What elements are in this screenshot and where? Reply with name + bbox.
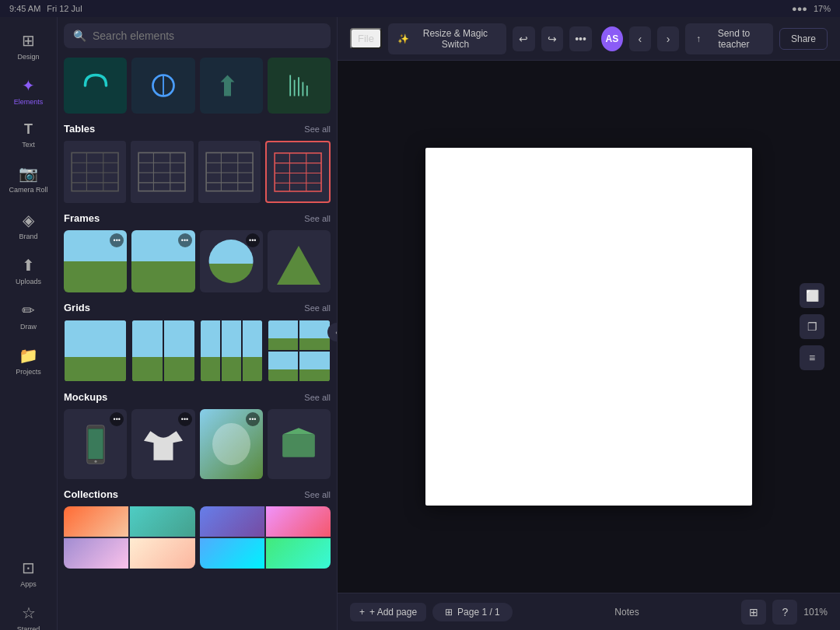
sidebar: ⊞ Design ✦ Elements T Text 📷 Camera Roll… bbox=[0, 17, 58, 630]
canvas-action-icon-1: ⬜ bbox=[806, 289, 819, 302]
frames-section-header: Frames See all bbox=[64, 212, 331, 224]
collection-card-2[interactable] bbox=[200, 506, 331, 569]
resize-magic-switch-button[interactable]: ✨ Resize & Magic Switch bbox=[388, 23, 506, 54]
nav-prev-button[interactable]: ‹ bbox=[629, 26, 651, 51]
nav-next-button[interactable]: › bbox=[657, 26, 679, 51]
frame-more-btn-3[interactable]: ••• bbox=[246, 233, 260, 247]
collection-images-1 bbox=[64, 506, 195, 569]
help-button[interactable]: ? bbox=[772, 600, 797, 625]
sidebar-label-brand: Brand bbox=[19, 233, 37, 240]
send-to-teacher-button[interactable]: ↑ Send to teacher bbox=[685, 23, 773, 54]
undo-button[interactable]: ↩ bbox=[513, 26, 535, 51]
sidebar-item-text[interactable]: T Text bbox=[2, 115, 55, 155]
collections-see-all[interactable]: See all bbox=[304, 490, 331, 499]
show-pages-button[interactable]: ⊞ Page 1 / 1 bbox=[432, 603, 513, 621]
status-day: Fri 12 Jul bbox=[47, 4, 82, 13]
collection-card-1[interactable] bbox=[64, 506, 195, 569]
mockups-see-all[interactable]: See all bbox=[304, 393, 331, 402]
bottom-right: ⊞ ? 101% bbox=[741, 600, 828, 625]
plus-icon: + bbox=[359, 607, 365, 618]
element-thumb-3[interactable] bbox=[200, 58, 263, 114]
mockup-thumb-phone[interactable]: ••• bbox=[64, 409, 127, 479]
grid-cell-4a bbox=[268, 320, 299, 351]
frame-thumb-triangle[interactable] bbox=[268, 230, 331, 292]
frame-thumb-landscape-2[interactable]: ••• bbox=[131, 230, 194, 292]
grid-cell-4b bbox=[299, 320, 331, 351]
mockup-more-btn-2[interactable]: ••• bbox=[178, 412, 192, 426]
mockup-thumb-circle[interactable]: ••• bbox=[200, 409, 263, 479]
sidebar-label-starred: Starred bbox=[17, 625, 40, 630]
canvas-page[interactable] bbox=[425, 148, 752, 506]
grid-cell-2b bbox=[163, 320, 195, 382]
top-toolbar: File ✨ Resize & Magic Switch ↩ ↪ ••• AS bbox=[338, 17, 840, 61]
mockup-more-btn-1[interactable]: ••• bbox=[110, 412, 124, 426]
table-thumb-1[interactable] bbox=[64, 141, 126, 203]
frames-see-all[interactable]: See all bbox=[304, 214, 331, 223]
status-icons: ●●● 17% bbox=[792, 4, 831, 13]
battery-icon: 17% bbox=[814, 4, 831, 13]
element-thumb-4[interactable] bbox=[268, 58, 331, 114]
sidebar-item-draw[interactable]: ✏ Draw bbox=[2, 295, 55, 337]
canvas-icon-3[interactable]: ≡ bbox=[800, 345, 824, 370]
grid-cell-2a bbox=[131, 320, 163, 382]
text-icon: T bbox=[24, 121, 33, 138]
svg-rect-19 bbox=[206, 152, 253, 191]
sidebar-item-uploads[interactable]: ⬆ Uploads bbox=[2, 250, 55, 292]
col-img-2a bbox=[200, 506, 264, 537]
sidebar-item-brand[interactable]: ◈ Brand bbox=[2, 205, 55, 247]
sidebar-label-text: Text bbox=[22, 141, 35, 149]
search-input[interactable] bbox=[93, 30, 321, 42]
triangle-frame bbox=[277, 246, 320, 285]
file-button[interactable]: File bbox=[350, 28, 382, 49]
more-options-button[interactable]: ••• bbox=[569, 26, 592, 51]
sidebar-item-apps[interactable]: ⊡ Apps bbox=[2, 552, 55, 594]
mockups-title: Mockups bbox=[64, 391, 107, 403]
mockups-row: ••• ••• ••• bbox=[64, 409, 331, 479]
notes-tab[interactable]: Notes bbox=[608, 604, 645, 621]
element-thumb-1[interactable] bbox=[64, 58, 127, 114]
canvas-area: ⬜ ❐ ≡ bbox=[338, 61, 840, 593]
share-button[interactable]: Share bbox=[779, 28, 828, 50]
grids-see-all[interactable]: See all bbox=[304, 303, 331, 313]
sidebar-item-camera-roll[interactable]: 📷 Camera Roll bbox=[2, 158, 55, 200]
elements-panel: 🔍 bbox=[58, 17, 338, 630]
canvas-icon-2[interactable]: ❐ bbox=[800, 314, 824, 339]
table-thumb-4[interactable] bbox=[265, 141, 331, 203]
grid-view-button[interactable]: ⊞ bbox=[741, 600, 766, 625]
sidebar-item-elements[interactable]: ✦ Elements bbox=[2, 70, 55, 112]
col-img-1d bbox=[130, 538, 194, 569]
canvas-icon-1[interactable]: ⬜ bbox=[800, 283, 824, 308]
mockup-more-btn-3[interactable]: ••• bbox=[246, 412, 260, 426]
uploads-icon: ⬆ bbox=[22, 256, 35, 275]
sidebar-label-projects: Projects bbox=[16, 368, 41, 376]
status-bar: 9:45 AM Fri 12 Jul ●●● 17% bbox=[0, 0, 840, 17]
table-thumb-3[interactable] bbox=[198, 141, 261, 203]
sidebar-item-starred[interactable]: ☆ Starred bbox=[2, 597, 55, 630]
main-area: File ✨ Resize & Magic Switch ↩ ↪ ••• AS bbox=[338, 17, 840, 630]
redo-button[interactable]: ↪ bbox=[541, 26, 564, 51]
collection-images-2 bbox=[200, 506, 331, 569]
collections-grid bbox=[64, 506, 331, 569]
sidebar-label-elements: Elements bbox=[14, 98, 44, 106]
sidebar-item-projects[interactable]: 📁 Projects bbox=[2, 340, 55, 382]
table-thumb-2[interactable] bbox=[131, 141, 193, 203]
svg-rect-7 bbox=[72, 152, 118, 191]
svg-rect-13 bbox=[138, 152, 185, 191]
grid-thumb-1x2[interactable] bbox=[131, 320, 194, 382]
canvas-action-icon-3: ≡ bbox=[809, 352, 815, 364]
sidebar-item-design[interactable]: ⊞ Design bbox=[2, 25, 55, 67]
grid-thumb-2x2[interactable] bbox=[268, 320, 331, 382]
mockup-thumb-shirt[interactable]: ••• bbox=[131, 409, 194, 479]
frame-more-btn-2[interactable]: ••• bbox=[178, 233, 192, 247]
element-thumb-2[interactable] bbox=[131, 58, 194, 114]
search-bar: 🔍 bbox=[64, 23, 331, 48]
status-time: 9:45 AM bbox=[9, 4, 40, 13]
avatar[interactable]: AS bbox=[601, 26, 623, 51]
grid-thumb-1x3[interactable] bbox=[200, 320, 263, 382]
mockup-thumb-4[interactable] bbox=[268, 409, 331, 479]
frame-thumb-landscape-1[interactable]: ••• bbox=[64, 230, 127, 292]
frame-thumb-circle[interactable]: ••• bbox=[200, 230, 263, 292]
tables-see-all[interactable]: See all bbox=[304, 124, 331, 134]
add-page-button[interactable]: + + Add page bbox=[350, 603, 426, 621]
grid-thumb-1x1[interactable] bbox=[64, 320, 127, 382]
